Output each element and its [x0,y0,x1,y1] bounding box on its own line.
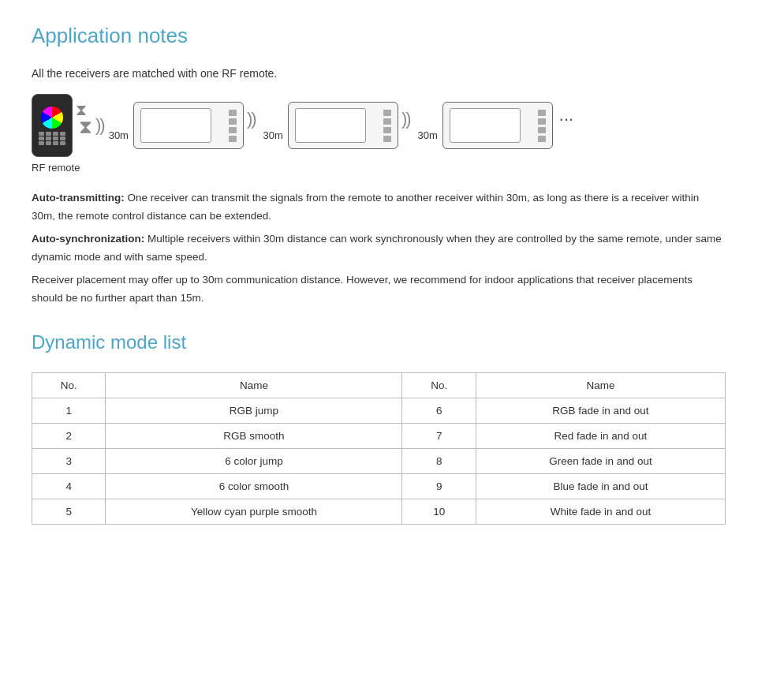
section2-title: Dynamic mode list [32,331,752,353]
diagram-row: ⧗ ⧗ )) 30m )) 30m [32,94,752,157]
rf-remote-item [32,94,73,157]
receiver-btns-3 [538,110,546,142]
receiver-2-item [288,102,398,149]
auto-transmitting-text: One receiver can transmit the signals fr… [32,192,699,222]
rf-remote-image [32,94,73,157]
receiver-1-item [133,102,244,149]
receiver-3-box [442,102,553,149]
row-no2-2: 8 [402,448,476,473]
col2-header: Name [106,372,402,398]
row-name1-1: RGB smooth [106,423,402,448]
rf-remote-label: RF remote [32,162,752,174]
col1-header: No. [32,372,106,398]
row-name1-2: 6 color jump [106,448,402,473]
row-no1-1: 2 [32,423,106,448]
auto-sync-bold: Auto-synchronization: [32,233,144,245]
receiver-1-box [133,102,244,149]
col4-header: Name [476,372,725,398]
row-name1-0: RGB jump [106,398,402,423]
row-no1-4: 5 [32,499,106,524]
row-no2-4: 10 [402,499,476,524]
row-no2-1: 7 [402,423,476,448]
table-row: 2 RGB smooth 7 Red fade in and out [32,423,726,448]
table-row: 3 6 color jump 8 Green fade in and out [32,448,726,473]
placement-text: Receiver placement may offer up to 30m c… [32,274,693,304]
row-no2-3: 9 [402,473,476,499]
distance-1: 30m [109,129,129,141]
distance-3: 30m [418,129,438,141]
receiver-btns-1 [229,110,237,142]
receiver-2-box [288,102,398,149]
receiver-screen-3 [450,108,521,143]
note-placement: Receiver placement may offer up to 30m c… [32,271,726,308]
row-name1-3: 6 color smooth [106,473,402,499]
distance-2: 30m [263,129,283,141]
row-name2-3: Blue fade in and out [476,473,725,499]
table-row: 5 Yellow cyan purple smooth 10 White fad… [32,499,726,524]
row-name2-0: RGB fade in and out [476,398,725,423]
receiver-btns-2 [383,110,391,142]
row-no1-2: 3 [32,448,106,473]
subtitle-text: All the receivers are matched with one R… [32,67,752,80]
table-row: 1 RGB jump 6 RGB fade in and out [32,398,726,423]
remote-circle [41,107,63,129]
row-name1-4: Yellow cyan purple smooth [106,499,402,524]
col3-header: No. [402,372,476,398]
section1-title: Application notes [32,24,752,51]
row-name2-2: Green fade in and out [476,448,725,473]
remote-buttons [39,132,66,145]
row-name2-4: White fade in and out [476,499,725,524]
receiver-screen-1 [140,108,211,143]
row-name2-1: Red fade in and out [476,423,725,448]
table-header-row: No. Name No. Name [32,372,726,398]
note-auto-transmitting: Auto-transmitting: One receiver can tran… [32,189,726,226]
more-receivers-dots: ··· [553,109,573,142]
auto-transmitting-bold: Auto-transmitting: [32,192,125,204]
note-auto-sync: Auto-synchronization: Multiple receivers… [32,230,726,267]
row-no2-0: 6 [402,398,476,423]
signal-waves-1: ⧗ ⧗ [76,102,92,149]
receiver-screen-2 [295,108,366,143]
row-no1-0: 1 [32,398,106,423]
row-no1-3: 4 [32,473,106,499]
table-row: 4 6 color smooth 9 Blue fade in and out [32,473,726,499]
receiver-3-item [442,102,553,149]
mode-table: No. Name No. Name 1 RGB jump 6 RGB fade … [32,372,726,525]
